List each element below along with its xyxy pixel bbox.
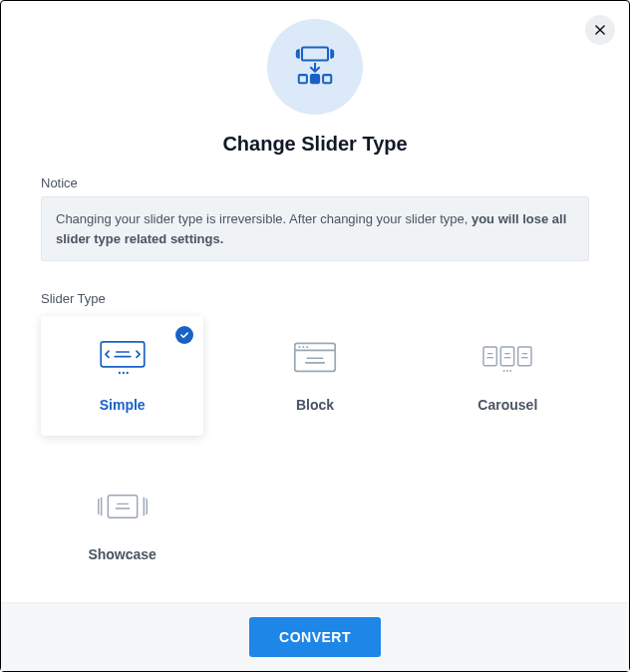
svg-point-26 xyxy=(503,370,505,372)
svg-point-28 xyxy=(510,370,512,372)
option-carousel[interactable]: Carousel xyxy=(427,316,589,436)
block-slider-icon xyxy=(287,339,343,379)
svg-rect-29 xyxy=(108,496,137,518)
svg-point-13 xyxy=(302,346,304,348)
svg-point-27 xyxy=(506,370,508,372)
svg-rect-19 xyxy=(518,347,531,366)
simple-slider-icon xyxy=(95,339,151,379)
slider-type-hero-icon xyxy=(267,19,363,115)
slider-type-label: Slider Type xyxy=(41,291,589,306)
close-icon xyxy=(593,23,607,37)
svg-rect-0 xyxy=(302,48,328,61)
option-showcase[interactable]: Showcase xyxy=(41,466,203,585)
notice-box: Changing your slider type is irreversibl… xyxy=(41,196,589,261)
svg-point-14 xyxy=(306,346,308,348)
notice-label: Notice xyxy=(41,175,589,190)
option-block[interactable]: Block xyxy=(233,316,396,436)
option-label: Showcase xyxy=(88,546,156,562)
slider-type-grid: Simple Block xyxy=(41,316,589,585)
option-label: Carousel xyxy=(477,397,537,413)
svg-point-12 xyxy=(298,346,300,348)
carousel-slider-icon xyxy=(479,339,535,379)
option-simple[interactable]: Simple xyxy=(41,316,203,436)
change-slider-type-dialog: Change Slider Type Notice Changing your … xyxy=(0,0,630,672)
dialog-footer: CONVERT xyxy=(1,602,629,671)
convert-button[interactable]: CONVERT xyxy=(249,617,381,657)
option-label: Simple xyxy=(100,397,146,413)
notice-text: Changing your slider type is irreversibl… xyxy=(56,211,472,226)
svg-rect-4 xyxy=(101,342,145,367)
svg-rect-18 xyxy=(501,347,514,366)
dialog-header: Change Slider Type xyxy=(41,19,589,156)
svg-rect-1 xyxy=(299,75,307,83)
svg-rect-17 xyxy=(483,347,496,366)
svg-point-8 xyxy=(122,372,124,374)
selected-check-icon xyxy=(175,326,193,344)
svg-point-7 xyxy=(118,372,120,374)
option-label: Block xyxy=(296,397,334,413)
dialog-title: Change Slider Type xyxy=(222,133,407,156)
svg-rect-3 xyxy=(323,75,331,83)
showcase-slider-icon xyxy=(95,489,151,528)
dialog-body: Change Slider Type Notice Changing your … xyxy=(1,1,629,602)
close-button[interactable] xyxy=(585,15,615,45)
svg-rect-2 xyxy=(311,75,319,83)
svg-point-9 xyxy=(126,372,128,374)
